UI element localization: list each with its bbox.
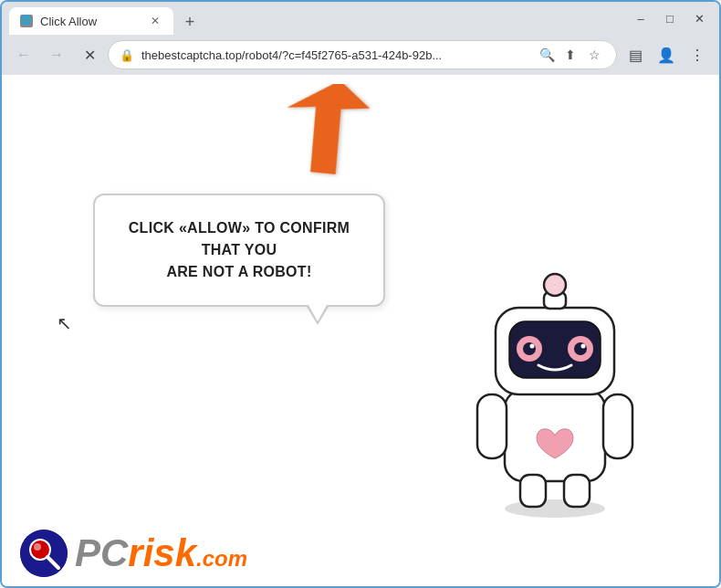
tab-close-button[interactable]: ✕ (148, 14, 162, 28)
title-bar: 🌐 Click Allow ✕ + – □ ✕ (2, 2, 719, 35)
browser-window: 🌐 Click Allow ✕ + – □ ✕ ← → ✕ 🔒 thebestc… (0, 0, 721, 588)
speech-bubble: CLICK «ALLOW» TO CONFIRM THAT YOU ARE NO… (93, 194, 385, 307)
svg-point-17 (581, 344, 586, 349)
pcrisk-text-container: PCrisk.com (75, 534, 247, 572)
svg-point-20 (34, 543, 41, 551)
bookmark-icon[interactable]: ☆ (583, 44, 605, 66)
pcrisk-icon (20, 530, 68, 577)
menu-button[interactable]: ⋮ (683, 40, 712, 69)
nav-right-buttons: ▤ 👤 ⋮ (621, 40, 712, 69)
profile-button[interactable]: 👤 (652, 40, 681, 69)
arrow-container (276, 84, 385, 194)
share-icon[interactable]: ⬆ (559, 44, 581, 66)
sidebar-button[interactable]: ▤ (621, 40, 650, 69)
lock-icon: 🔒 (120, 48, 134, 62)
address-actions: 🔍 ⬆ ☆ (536, 44, 605, 66)
close-button[interactable]: ✕ (686, 5, 712, 31)
pcrisk-logo: PCrisk.com (20, 530, 247, 577)
maximize-button[interactable]: □ (657, 5, 683, 31)
pcrisk-dotcom-text: .com (196, 546, 247, 572)
tab-bar: 🌐 Click Allow ✕ + (9, 2, 628, 35)
bubble-text: CLICK «ALLOW» TO CONFIRM THAT YOU ARE NO… (124, 217, 354, 283)
pcrisk-pc-text: PC (75, 534, 128, 572)
url-text: thebestcaptcha.top/robot4/?c=f45f2765-a5… (141, 48, 528, 62)
pcrisk-magnifier (20, 530, 68, 577)
tab-title: Click Allow (40, 15, 141, 28)
svg-point-10 (544, 274, 566, 296)
svg-marker-0 (285, 84, 376, 183)
window-controls: – □ ✕ (628, 5, 712, 31)
search-icon[interactable]: 🔍 (536, 44, 558, 66)
mouse-cursor: ↖ (57, 312, 72, 334)
pcrisk-risk-text: risk (128, 534, 196, 572)
svg-rect-5 (520, 475, 546, 507)
nav-bar: ← → ✕ 🔒 thebestcaptcha.top/robot4/?c=f45… (2, 35, 719, 75)
svg-rect-6 (564, 475, 590, 507)
svg-point-16 (530, 344, 535, 349)
svg-rect-4 (603, 394, 632, 458)
minimize-button[interactable]: – (628, 5, 653, 31)
orange-arrow-svg (276, 84, 376, 184)
robot-svg (464, 257, 646, 522)
new-tab-button[interactable]: + (177, 9, 203, 35)
forward-button[interactable]: → (42, 40, 71, 69)
reload-button[interactable]: ✕ (75, 40, 104, 69)
back-button[interactable]: ← (9, 40, 38, 69)
address-bar[interactable]: 🔒 thebestcaptcha.top/robot4/?c=f45f2765-… (108, 40, 617, 69)
tab-favicon: 🌐 (20, 15, 33, 27)
active-tab[interactable]: 🌐 Click Allow ✕ (9, 7, 173, 35)
svg-point-14 (523, 342, 536, 355)
robot-illustration (464, 257, 646, 513)
page-content: CLICK «ALLOW» TO CONFIRM THAT YOU ARE NO… (2, 75, 719, 586)
svg-rect-3 (477, 394, 507, 458)
svg-point-15 (574, 342, 587, 355)
svg-point-1 (505, 499, 605, 518)
